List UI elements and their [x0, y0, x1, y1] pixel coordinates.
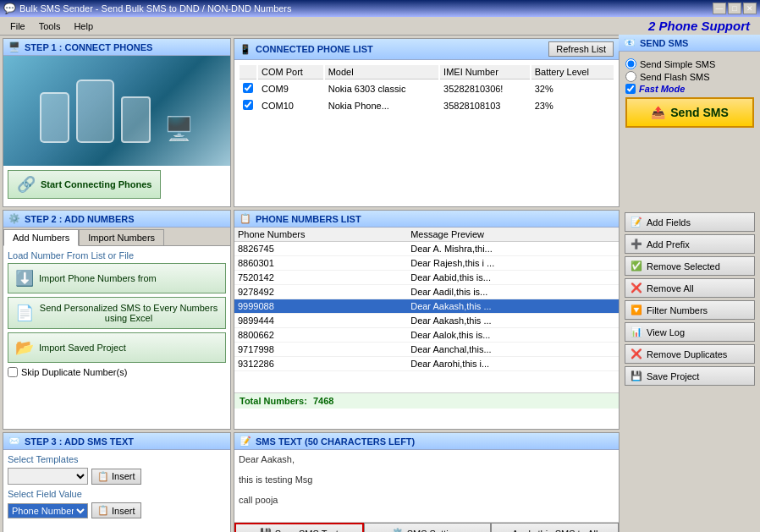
sms-text-panel: 📝 SMS TEXT (50 CHARACTERS LEFT) Dear Aak… [234, 432, 620, 532]
menu-help[interactable]: Help [67, 19, 100, 33]
skip-duplicate-label: Skip Duplicate Number(s) [21, 367, 127, 377]
phone-checkbox-1[interactable] [243, 83, 253, 93]
phone-model-1: Nokia 6303 classic [325, 81, 438, 96]
step3-panel: ✉️ STEP 3 : ADD SMS TEXT Select Template… [3, 432, 231, 532]
minimize-button[interactable]: — [713, 3, 726, 14]
add-prefix-button[interactable]: ➕ Add Prefix [625, 234, 755, 254]
total-count: 7468 [313, 396, 333, 406]
save-sms-button[interactable]: 💾 Save SMS Text [234, 523, 364, 532]
insert-field-button[interactable]: 📋 Insert [91, 502, 141, 518]
number-cell-2: 7520142 [234, 271, 407, 285]
phone-numbers-header: 📋 PHONE NUMBERS LIST [234, 211, 619, 228]
col-port: COM Port [258, 65, 323, 80]
refresh-button[interactable]: Refresh List [548, 41, 614, 57]
step1-panel: 🖥️ STEP 1 : CONNECT PHONES 🖥️ 🔗 Start Co… [3, 38, 231, 207]
sms-icon: 📝 [240, 436, 251, 447]
preview-cell-5: Dear Aakash,this ... [407, 314, 619, 328]
add-fields-button[interactable]: 📝 Add Fields [625, 212, 755, 232]
step3-content: Select Templates 📋 Insert Select Field V… [3, 450, 230, 523]
phones-table: COM Port Model IMEI Number Battery Level… [238, 63, 615, 115]
insert-template-button[interactable]: 📋 Insert [91, 469, 141, 485]
step1-title: STEP 1 : CONNECT PHONES [25, 42, 152, 52]
step1-icon: 🖥️ [8, 41, 20, 52]
step2-icon: ⚙️ [8, 213, 20, 224]
phone-checkbox-2[interactable] [243, 100, 253, 110]
number-cell-5: 9899444 [234, 314, 407, 328]
save-project-button[interactable]: 💾 Save Project [625, 366, 755, 386]
number-row-2[interactable]: 7520142 Dear Aabid,this is... [234, 271, 619, 285]
simple-sms-row: Send Simple SMS [625, 58, 754, 69]
log-icon: 📊 [631, 326, 642, 337]
preview-cell-3: Dear Aadil,this is... [407, 285, 619, 299]
remove-selected-icon: ✅ [631, 261, 642, 271]
maximize-button[interactable]: □ [728, 3, 741, 14]
number-row-6[interactable]: 8800662 Dear Aalok,this is... [234, 328, 619, 343]
number-cell-3: 9278492 [234, 285, 407, 299]
flash-sms-radio[interactable] [625, 71, 636, 82]
remove-selected-button[interactable]: ✅ Remove Selected [625, 256, 755, 276]
field-value-row: Phone Numbers 📋 Insert [8, 502, 226, 518]
preview-cell-6: Dear Aalok,this is... [407, 328, 619, 343]
sms-text-title: SMS TEXT (50 CHARACTERS LEFT) [256, 436, 415, 447]
send-sms-button[interactable]: 📤 Send SMS [625, 97, 754, 128]
sms-content: Dear Aakash, this is testing Msg call po… [234, 450, 619, 522]
start-connecting-button[interactable]: 🔗 Start Connecting Phones [8, 170, 161, 199]
step3-icon: ✉️ [8, 436, 20, 447]
send-sms-header: 📧 SEND SMS [619, 35, 760, 52]
select-field-label: Select Field Value [8, 489, 226, 499]
numbers-table-wrap[interactable]: Phone Numbers Message Preview 8826745 De… [234, 228, 619, 392]
number-row-8[interactable]: 9312286 Dear Aarohi,this i... [234, 357, 619, 371]
filter-icon: 🔽 [631, 304, 642, 315]
remove-all-icon: ❌ [631, 282, 642, 293]
step2-title: STEP 2 : ADD NUMBERS [25, 214, 135, 224]
phone-numbers-panel: 📋 PHONE NUMBERS LIST Phone Numbers Messa… [234, 210, 620, 430]
list-icon: 📋 [240, 213, 251, 224]
number-row-1[interactable]: 8860301 Dear Rajesh,this i ... [234, 256, 619, 271]
number-row-4[interactable]: 9999088 Dear Aakash,this ... [234, 299, 619, 314]
number-row-5[interactable]: 9899444 Dear Aakash,this ... [234, 314, 619, 328]
step2-panel: ⚙️ STEP 2 : ADD NUMBERS Add Numbers Impo… [3, 210, 231, 430]
tab-import-numbers[interactable]: Import Numbers [79, 229, 164, 245]
excel-icon: 📄 [15, 304, 34, 322]
import-saved-project-button[interactable]: 📂 Import Saved Project [8, 332, 226, 363]
menu-tools[interactable]: Tools [32, 19, 68, 33]
remove-all-button[interactable]: ❌ Remove All [625, 278, 755, 298]
fast-mode-checkbox[interactable] [625, 84, 636, 94]
step1-header: 🖥️ STEP 1 : CONNECT PHONES [3, 39, 230, 56]
import-phone-numbers-button[interactable]: ⬇️ Import Phone Numbers from [8, 263, 226, 293]
view-log-button[interactable]: 📊 View Log [625, 322, 755, 342]
apply-all-button[interactable]: Apply this SMS to All [491, 523, 619, 532]
filter-numbers-button[interactable]: 🔽 Filter Numbers [625, 300, 755, 320]
simple-sms-radio[interactable] [625, 58, 636, 69]
sms-buttons-row: 💾 Save SMS Text ⚙️ SMS Settings Apply th… [234, 522, 619, 532]
preview-cell-7: Dear Aanchal,this... [407, 343, 619, 357]
col-battery: Battery Level [531, 65, 614, 80]
numbers-table: Phone Numbers Message Preview 8826745 De… [234, 228, 619, 371]
send-personalized-sms-button[interactable]: 📄 Send Personalized SMS to Every Numbers… [8, 297, 226, 329]
number-row-0[interactable]: 8826745 Dear A. Mishra,thi... [234, 242, 619, 256]
phone-row-1: COM9 Nokia 6303 classic 35282810306! 32% [240, 81, 614, 96]
remove-duplicates-button[interactable]: ❌ Remove Duplicates [625, 344, 755, 364]
preview-cell-0: Dear A. Mishra,thi... [407, 242, 619, 256]
import-icon: ⬇️ [15, 269, 34, 288]
save-icon: 💾 [260, 528, 272, 532]
sms-settings-button[interactable]: ⚙️ SMS Settings [364, 523, 492, 532]
add-prefix-icon: ➕ [631, 239, 642, 250]
number-row-7[interactable]: 9717998 Dear Aanchal,this... [234, 343, 619, 357]
fast-mode-row: Fast Mode [625, 84, 754, 94]
phone-numbers-title: PHONE NUMBERS LIST [256, 214, 361, 224]
number-row-3[interactable]: 9278492 Dear Aadil,this is... [234, 285, 619, 299]
col-check [240, 65, 256, 80]
skip-duplicate-checkbox[interactable] [8, 367, 18, 377]
phone-support-label: 2 Phone Support [648, 19, 750, 33]
window-controls: — □ ✕ [713, 3, 757, 14]
close-button[interactable]: ✕ [743, 3, 757, 14]
add-fields-icon: 📝 [631, 217, 642, 228]
phone-battery-1: 32% [531, 81, 614, 96]
menu-file[interactable]: File [3, 19, 32, 33]
tab-add-numbers[interactable]: Add Numbers [3, 229, 79, 246]
template-select[interactable] [8, 468, 88, 485]
send-sms-title: SEND SMS [640, 38, 688, 48]
field-value-select[interactable]: Phone Numbers [8, 503, 88, 518]
number-cell-8: 9312286 [234, 357, 407, 371]
